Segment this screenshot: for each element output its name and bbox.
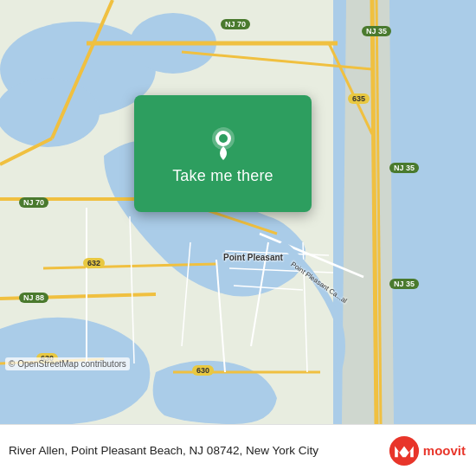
svg-point-30 — [219, 134, 228, 143]
svg-point-2 — [0, 78, 100, 147]
moovit-logo-icon — [389, 435, 420, 466]
take-me-there-button[interactable]: Take me there — [172, 167, 273, 185]
place-label-point-pleasant: Point Pleasant — [223, 253, 283, 262]
road-label-635: 635 — [348, 93, 370, 104]
road-label-632: 632 — [83, 258, 105, 268]
moovit-text: moovit — [423, 443, 466, 458]
road-label-nj70-top: NJ 70 — [221, 19, 250, 29]
road-label-nj70-left: NJ 70 — [19, 197, 48, 208]
address-text: River Allen, Point Pleasant Beach, NJ 08… — [9, 443, 389, 459]
road-label-nj35-top: NJ 35 — [362, 26, 391, 36]
moovit-logo: moovit — [389, 435, 466, 466]
osm-attribution: © OpenStreetMap contributors — [5, 357, 130, 370]
location-card: Take me there — [134, 95, 312, 212]
bottom-bar: River Allen, Point Pleasant Beach, NJ 08… — [0, 424, 476, 476]
road-label-630-bottom: 630 — [192, 365, 214, 376]
road-label-nj35-lower: NJ 35 — [389, 279, 419, 289]
map-container: NJ 70 NJ 35 NJ 35 NJ 35 NJ 70 NJ 88 635 … — [0, 0, 476, 424]
road-label-nj88: NJ 88 — [19, 293, 48, 303]
road-label-nj35-mid: NJ 35 — [389, 163, 419, 173]
location-pin-icon — [204, 122, 242, 160]
